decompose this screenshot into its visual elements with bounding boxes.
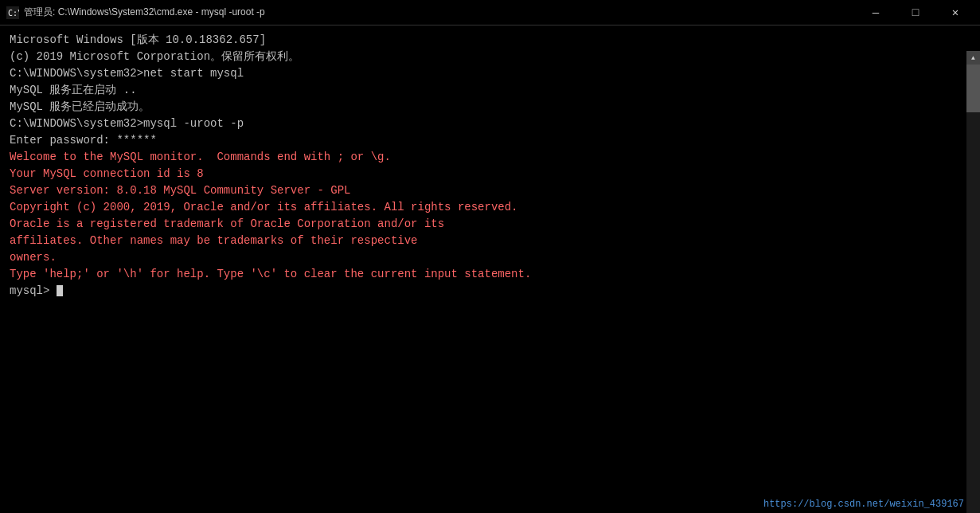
scrollbar[interactable]: ▲ ▼ [966, 51, 980, 513]
maximize-button[interactable]: □ [897, 0, 934, 25]
terminal-line: MySQL 服务已经启动成功。 [10, 99, 954, 116]
terminal-line: Type 'help;' or '\h' for help. Type '\c'… [10, 266, 954, 283]
window-title: 管理员: C:\Windows\System32\cmd.exe - mysql… [24, 6, 265, 19]
scrollbar-thumb[interactable] [966, 65, 980, 112]
terminal-line: Microsoft Windows [版本 10.0.18362.657] [10, 32, 954, 49]
terminal-line: Server version: 8.0.18 MySQL Community S… [10, 182, 954, 199]
svg-text:C:\: C:\ [8, 9, 19, 18]
terminal-line: Oracle is a registered trademark of Orac… [10, 216, 954, 233]
scroll-up-arrow[interactable]: ▲ [966, 51, 980, 65]
minimize-button[interactable]: — [857, 0, 894, 25]
terminal-output: Microsoft Windows [版本 10.0.18362.657](c)… [0, 25, 963, 511]
window-controls: — □ ✕ [857, 0, 974, 25]
terminal-line: MySQL 服务正在启动 .. [10, 82, 954, 99]
terminal-line: (c) 2019 Microsoft Corporation。保留所有权利。 [10, 49, 954, 65]
scrollbar-track[interactable] [966, 65, 980, 513]
terminal-line: C:\WINDOWS\system32>net start mysql [10, 65, 954, 82]
terminal-line: mysql> [10, 283, 954, 300]
terminal-line: Your MySQL connection id is 8 [10, 166, 954, 182]
terminal-line: Enter password: ****** [10, 132, 954, 149]
terminal-line: C:\WINDOWS\system32>mysql -uroot -p [10, 116, 954, 132]
terminal-line: affiliates. Other names may be trademark… [10, 233, 954, 249]
titlebar: C:\ 管理员: C:\Windows\System32\cmd.exe - m… [0, 0, 980, 25]
terminal-line: Copyright (c) 2000, 2019, Oracle and/or … [10, 199, 954, 216]
terminal-line: Welcome to the MySQL monitor. Commands e… [10, 149, 954, 166]
bottom-link: https://blog.csdn.net/weixin_439167 [763, 499, 964, 510]
titlebar-left: C:\ 管理员: C:\Windows\System32\cmd.exe - m… [6, 6, 265, 19]
cmd-icon: C:\ [6, 6, 19, 19]
cursor [57, 285, 63, 296]
terminal-line: owners. [10, 249, 954, 266]
close-button[interactable]: ✕ [937, 0, 974, 25]
